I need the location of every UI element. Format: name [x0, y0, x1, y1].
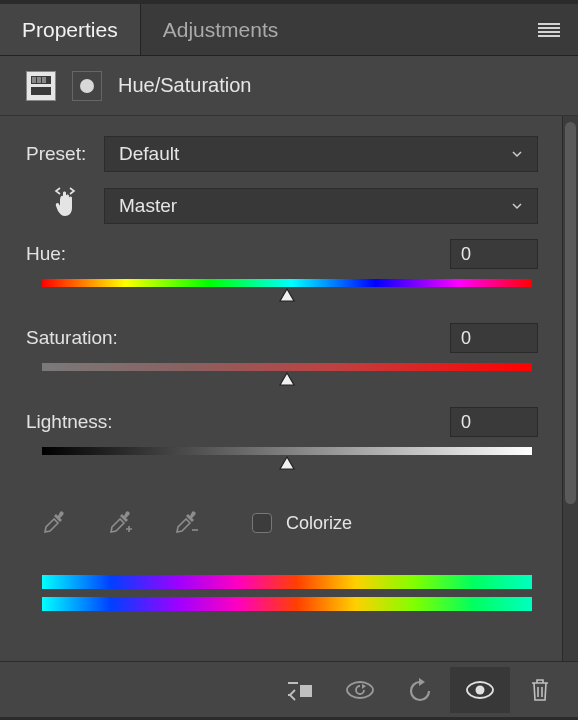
- tab-adjustments[interactable]: Adjustments: [141, 4, 301, 55]
- hue-sat-icon: [30, 75, 52, 97]
- reset-icon: [407, 678, 433, 702]
- clip-to-layer-button[interactable]: [270, 667, 330, 713]
- lightness-slider-track[interactable]: [42, 447, 532, 455]
- layer-mask-icon[interactable]: [72, 71, 102, 101]
- view-previous-icon: [344, 679, 376, 701]
- eyedropper-add-button[interactable]: [102, 505, 138, 541]
- adjustment-preset-icon[interactable]: [26, 71, 56, 101]
- view-previous-state-button[interactable]: [330, 667, 390, 713]
- color-spectrum-bars: [26, 575, 538, 611]
- visibility-icon: [465, 680, 495, 700]
- colorize-label: Colorize: [286, 513, 352, 534]
- saturation-slider-handle[interactable]: [278, 372, 296, 393]
- panel-scrollbar[interactable]: [562, 116, 578, 661]
- preset-select[interactable]: Default: [104, 136, 538, 172]
- adjustment-type-row: Hue/Saturation: [0, 56, 578, 116]
- eyedropper-icon: [40, 509, 68, 537]
- hue-slider-track[interactable]: [42, 279, 532, 287]
- properties-content: Preset: Default: [0, 116, 562, 661]
- targeted-adjustment-tool[interactable]: [50, 186, 80, 225]
- hue-slider-group: Hue: 0: [26, 239, 538, 309]
- colorize-checkbox[interactable]: [252, 513, 272, 533]
- svg-rect-4: [31, 87, 51, 95]
- range-value: Master: [119, 195, 177, 217]
- saturation-value-input[interactable]: 0: [450, 323, 538, 353]
- saturation-slider-group: Saturation: 0: [26, 323, 538, 393]
- svg-rect-2: [37, 77, 41, 83]
- clip-to-layer-icon: [286, 679, 314, 701]
- preset-label: Preset:: [26, 143, 104, 165]
- svg-point-6: [476, 685, 485, 694]
- eyedropper-subtract-button[interactable]: [168, 505, 204, 541]
- adjustment-type-label: Hue/Saturation: [118, 74, 251, 97]
- tab-properties[interactable]: Properties: [0, 4, 141, 55]
- preset-value: Default: [119, 143, 179, 165]
- lightness-slider-group: Lightness: 0: [26, 407, 538, 477]
- input-spectrum-bar[interactable]: [42, 575, 532, 589]
- panel-menu-button[interactable]: [538, 23, 560, 37]
- panel-footer: [0, 661, 578, 717]
- menu-icon: [538, 23, 560, 37]
- saturation-label: Saturation:: [26, 327, 118, 349]
- reset-button[interactable]: [390, 667, 450, 713]
- eyedropper-add-icon: [106, 509, 134, 537]
- eyedropper-subtract-icon: [172, 509, 200, 537]
- svg-rect-1: [32, 77, 36, 83]
- panel-tabbar: Properties Adjustments: [0, 4, 578, 56]
- range-select[interactable]: Master: [104, 188, 538, 224]
- svg-rect-3: [42, 77, 46, 83]
- eyedropper-row: Colorize: [26, 505, 538, 541]
- output-spectrum-bar[interactable]: [42, 597, 532, 611]
- mask-circle-icon: [80, 79, 94, 93]
- saturation-slider-track[interactable]: [42, 363, 532, 371]
- chevron-down-icon: [511, 148, 523, 160]
- chevron-down-icon: [511, 200, 523, 212]
- toggle-visibility-button[interactable]: [450, 667, 510, 713]
- lightness-slider-handle[interactable]: [278, 456, 296, 477]
- lightness-label: Lightness:: [26, 411, 113, 433]
- hue-label: Hue:: [26, 243, 66, 265]
- properties-body: Preset: Default: [0, 116, 578, 661]
- hue-value-input[interactable]: 0: [450, 239, 538, 269]
- lightness-value-input[interactable]: 0: [450, 407, 538, 437]
- scrollbar-thumb[interactable]: [565, 122, 576, 504]
- eyedropper-button[interactable]: [36, 505, 72, 541]
- delete-adjustment-button[interactable]: [510, 667, 570, 713]
- preset-row: Preset: Default: [26, 136, 538, 172]
- range-row: Master: [26, 186, 538, 225]
- hand-scrubber-icon: [50, 186, 80, 220]
- properties-panel: Properties Adjustments Hue/Saturation Pr…: [0, 0, 578, 720]
- trash-icon: [529, 677, 551, 703]
- colorize-control: Colorize: [252, 513, 352, 534]
- svg-rect-5: [300, 685, 312, 697]
- hue-slider-handle[interactable]: [278, 288, 296, 309]
